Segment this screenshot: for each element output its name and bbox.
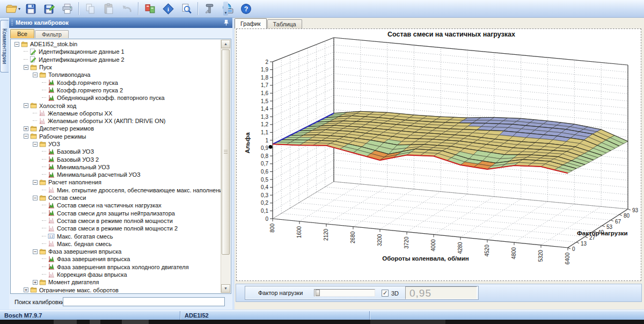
folder-icon [21,41,28,48]
scroll-up-button[interactable]: ▲ [221,40,230,48]
tree-connector [42,205,46,206]
svg-text:0,1: 0,1 [261,208,268,214]
svg-text:?: ? [244,5,248,13]
tree-item[interactable]: −Холостой ход [11,102,221,109]
tree-connector [42,243,46,244]
tree-item[interactable]: −Пуск [11,63,221,71]
tools-button[interactable] [200,2,218,16]
tree-item[interactable]: Базовый УОЗ 2 [11,155,221,163]
tree-item[interactable]: Базовый УОЗ [11,148,221,155]
chart-panel: График Таблица 00,10,20,30,40,50,60,70,8… [235,18,644,309]
print-icon [61,3,74,15]
folder-icon [39,141,46,148]
tree-item[interactable]: −УОЗ [11,140,221,148]
search-row: Поиск калибровки [9,295,232,309]
collapse-box[interactable]: − [14,42,19,47]
load-factor-slider[interactable] [314,289,375,297]
tree-item[interactable]: Идентификационные данные 2 [11,56,221,63]
collapse-box[interactable]: − [24,65,28,70]
print-button[interactable] [58,2,76,16]
tree-item-label: Холостой ход [39,103,76,109]
svg-text:Фактор нагрузки: Фактор нагрузки [577,230,627,236]
collapse-box[interactable]: − [33,73,38,77]
tree-item[interactable]: +Ограничение макс. оборотов [11,286,221,293]
tree-item[interactable]: −Состав смеси [11,194,221,201]
svg-text:Альфа: Альфа [244,132,251,154]
collapse-box[interactable]: − [24,103,28,108]
toolbar-overflow-chevron[interactable]: ▾ [223,2,228,16]
tree-item[interactable]: −Рабочие режимы [11,133,221,140]
tree-scrollbar[interactable]: ▲ ▼ [221,40,230,293]
tree-item[interactable]: −Расчет наполнения [11,178,221,186]
tree-item[interactable]: Обедняющий коэфф. повторного пуска [11,94,221,102]
pin-icon[interactable] [223,19,230,26]
tree-connector [42,228,46,229]
tree-item[interactable]: 1.2Макс. богатая смесь [11,232,221,240]
save-as-button[interactable] [40,2,58,16]
tree-item-label: Расчет наполнения [48,179,101,185]
collapse-box[interactable]: − [24,134,28,139]
tree-item-label: УОЗ [48,141,60,147]
tree-item-label: Состав смеси в режиме полной мощности 2 [57,225,178,232]
expand-box[interactable]: + [24,126,28,131]
tree-item-label: Топливоподача [48,71,90,78]
tree-item[interactable]: +Диспетчер режимов [11,125,221,132]
svg-text:4000: 4000 [430,239,436,251]
tree-item[interactable]: Желаемые обороты ХХ [11,110,221,117]
tree-item[interactable]: −Топливоподача [11,71,221,78]
tree-item[interactable]: Состав смеси на частичных нагрузках [11,201,221,209]
tree-item[interactable]: Коррекция фазы впрыска [11,271,221,278]
tree-item[interactable]: Мин. открытие дросселя, обеспечивающее м… [11,186,221,194]
windows-taskbar-edge [0,320,644,324]
tree-item[interactable]: Состав смеси в режиме полной мощности 2 [11,225,221,232]
tree-item-label: Минимальный УОЗ [57,164,109,170]
tree-item[interactable]: Минимальный УОЗ [11,163,221,171]
tree-item-label: Идентификационные данные 2 [39,56,125,63]
collapse-box[interactable]: − [33,196,38,200]
tree-item[interactable]: −ADE1I52_stok.bin [11,40,221,48]
tree-item[interactable]: +Момент двигателя [11,278,221,286]
svg-text:4800: 4800 [511,247,517,260]
comments-tab[interactable]: Комментарии [0,20,9,73]
checkbox-3d[interactable]: ✓ [382,290,389,297]
tree-item[interactable]: Фаза завершения впрыска холодного двигат… [11,263,221,271]
tree-connector [42,220,46,221]
help-button[interactable]: ? [237,2,255,16]
tree-item[interactable]: Макс. бедная смесь [11,240,221,248]
info-button[interactable]: i [159,2,177,16]
scroll-down-button[interactable]: ▼ [221,284,230,293]
edit-icon [30,48,36,55]
tree-item[interactable]: Желаемые обороты ХХ (АКПП: DRIVE ON) [11,117,221,125]
slider-thumb[interactable] [316,290,320,296]
collapse-box[interactable]: − [33,142,38,147]
tab-all[interactable]: Все [10,29,34,38]
tree-item[interactable]: Фаза завершения впрыска [11,255,221,263]
collapse-box[interactable]: − [33,180,38,185]
tree-item[interactable]: Состав смеси для защиты нейтрализатора [11,210,221,217]
open-dropdown-caret[interactable]: ▾ [18,6,20,11]
tree-item[interactable]: Коэфф.горячего пуска 2 [11,87,221,94]
tree-item[interactable]: Коэфф.горячего пуска [11,78,221,86]
tree-item[interactable]: −Фаза завершения впрыска [11,248,221,255]
expand-box[interactable]: + [33,280,38,285]
collapse-box[interactable]: − [33,249,38,254]
open-button[interactable] [2,2,20,16]
svg-text:0: 0 [265,216,268,222]
open-icon [5,3,18,15]
folder-icon [30,125,37,132]
scrollbar-thumb[interactable] [222,49,230,255]
tab-graph[interactable]: График [235,18,267,28]
expand-box[interactable]: + [24,287,28,292]
tree-item[interactable]: Состав смеси в режиме полной мощности [11,217,221,225]
compare-button[interactable] [141,2,159,16]
tree-item[interactable]: Идентификационные данные 1 [11,48,221,55]
tree-item-label: Макс. богатая смесь [57,233,113,240]
search-input[interactable] [63,297,225,306]
tree-item[interactable]: Минимальный расчетный УОЗ [11,171,221,178]
tab-table[interactable]: Таблица [267,19,302,28]
save-button[interactable] [21,2,40,16]
search-button[interactable] [177,2,195,16]
tree-connector [42,82,46,83]
tab-filter[interactable]: Фильтр [35,30,69,38]
tree-item-label: Обедняющий коэфф. повторного пуска [57,95,165,101]
